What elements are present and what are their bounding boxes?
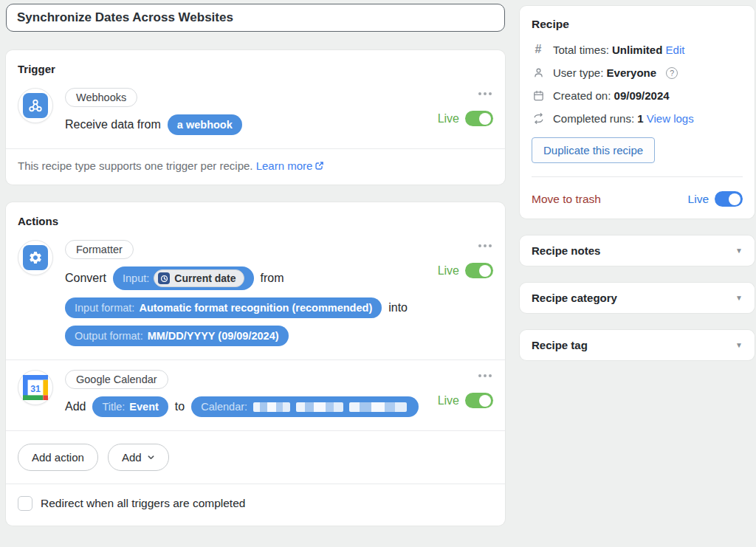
webhooks-avatar [18,88,53,123]
google-calendar-app-pill[interactable]: Google Calendar [65,370,168,389]
output-format-label: Output format: [75,330,143,342]
formatter-input-pill[interactable]: Input: Current date [113,266,254,290]
formatter-menu-kebab-icon[interactable] [477,241,493,250]
add-dropdown-label: Add [122,451,142,464]
recipe-tag-panel[interactable]: Recipe tag ▼ [520,330,755,360]
completed-runs-text: Completed runs: 1 View logs [553,112,694,125]
formatter-step-content: Formatter Convert Input: C [65,240,429,346]
action-step-google-calendar[interactable]: 31 Google Calendar Add Title: Event to [6,360,505,430]
trigger-step-controls: Live [438,88,493,135]
runs-icon [532,112,545,125]
current-date-token-label: Current date [174,272,236,284]
formatter-live-label: Live [438,264,459,278]
hash-icon: # [532,43,545,56]
duplicate-recipe-button[interactable]: Duplicate this recipe [532,137,655,163]
trigger-footer-note: This recipe type supports one trigger pe… [6,149,505,185]
action-step-formatter[interactable]: Formatter Convert Input: C [6,230,505,359]
formatter-avatar [18,240,53,275]
gcal-title-value: Event [129,401,159,413]
chevron-down-icon [147,453,155,461]
svg-text:31: 31 [30,384,41,394]
view-logs-link[interactable]: View logs [647,112,694,125]
google-calendar-icon: 31 [23,375,48,400]
webhooks-app-pill[interactable]: Webhooks [65,88,137,107]
user-type-label: User type: [553,66,603,79]
current-date-token[interactable]: Current date [154,269,244,287]
actions-card: Actions Formatter Convert Input: [6,202,505,526]
gcal-menu-kebab-icon[interactable] [477,371,493,380]
gcal-word-to: to [175,400,185,413]
gear-icon [23,245,48,270]
total-times-text: Total times: Unlimited Edit [553,44,684,56]
gcal-live-toggle[interactable] [465,393,493,408]
input-format-label: Input format: [75,302,134,314]
redirect-checkbox-label: Redirect when all triggers are completed [41,497,245,510]
google-calendar-avatar: 31 [18,370,53,405]
recipe-live-label: Live [688,193,709,206]
total-times-value: Unlimited [612,44,662,56]
recipe-notes-panel[interactable]: Recipe notes ▼ [520,235,755,266]
edit-total-times-link[interactable]: Edit [666,44,685,56]
caret-down-icon: ▼ [735,247,743,255]
recipe-title-input[interactable] [6,4,505,32]
input-format-value: Automatic format recognition (recommende… [139,302,372,314]
formatter-app-pill[interactable]: Formatter [65,240,134,259]
clock-icon [158,272,170,284]
formatter-output-format-pill[interactable]: Output format: MM/DD/YYYY (09/09/2024) [65,326,289,346]
formatter-input-format-pill[interactable]: Input format: Automatic format recogniti… [65,297,382,318]
user-type-text: User type: Everyone [553,66,656,79]
trigger-menu-kebab-icon[interactable] [477,89,493,98]
gcal-title-pill[interactable]: Title: Event [92,396,168,417]
trigger-live-label: Live [438,112,459,125]
total-times-label: Total times: [553,44,609,56]
created-on-label: Created on: [553,89,611,102]
recipe-info-title: Recipe [532,18,743,31]
gcal-calendar-pill[interactable]: Calendar: [191,396,419,417]
output-format-value: MM/DD/YYYY (09/09/2024) [148,330,279,342]
add-dropdown-button[interactable]: Add [108,444,169,471]
trash-live-row: Move to trash Live [532,191,743,207]
formatter-live-toggle[interactable] [465,263,493,278]
move-to-trash-link[interactable]: Move to trash [532,193,601,206]
webhook-pill[interactable]: a webhook [168,114,242,135]
recipe-live-toggle[interactable] [715,191,743,207]
completed-runs-value: 1 [637,112,643,125]
user-type-value: Everyone [607,66,657,79]
formatter-word-from: from [261,272,284,285]
trigger-footer-text: This recipe type supports one trigger pe… [18,159,253,172]
formatter-word-into: into [388,301,408,314]
learn-more-link[interactable]: Learn more [256,159,313,172]
redirect-option-row: Redirect when all triggers are completed [6,484,505,526]
external-link-icon [315,160,324,173]
caret-down-icon: ▼ [735,341,743,349]
trigger-card: Trigger Webhooks Receive data from a web… [6,50,505,185]
trigger-section-title: Trigger [6,50,505,78]
recipe-info-card: Recipe # Total times: Unlimited Edit Use… [520,6,755,219]
calendar-icon [532,89,545,102]
completed-runs-label: Completed runs: [553,112,634,125]
total-times-row: # Total times: Unlimited Edit [532,43,743,56]
trigger-live-toggle[interactable] [465,111,493,126]
gcal-step-content: Google Calendar Add Title: Event to Cale… [65,370,429,417]
recipe-sidebar: Recipe # Total times: Unlimited Edit Use… [520,6,755,526]
trigger-step-content: Webhooks Receive data from a webhook [65,88,429,135]
formatter-word-convert: Convert [65,272,106,285]
calendar-redacted-value [253,402,407,412]
caret-down-icon: ▼ [735,294,743,302]
created-on-value: 09/09/2024 [614,89,670,102]
add-action-button[interactable]: Add action [18,444,98,471]
page: Trigger Webhooks Receive data from a web… [0,0,756,526]
gcal-step-controls: Live [438,370,493,417]
user-type-row: User type: Everyone ? [532,66,743,79]
trigger-sentence-text: Receive data from [65,118,161,131]
redirect-checkbox[interactable] [18,496,32,511]
actions-section-title: Actions [6,202,505,230]
recipe-category-panel[interactable]: Recipe category ▼ [520,283,755,313]
recipe-tag-label: Recipe tag [532,339,588,351]
help-icon[interactable]: ? [666,67,678,79]
recipe-notes-label: Recipe notes [532,244,600,257]
trigger-step-webhooks[interactable]: Webhooks Receive data from a webhook Liv… [6,78,505,148]
gcal-live-label: Live [438,394,459,407]
sidebar-divider [532,176,743,177]
gcal-word-add: Add [65,400,86,413]
